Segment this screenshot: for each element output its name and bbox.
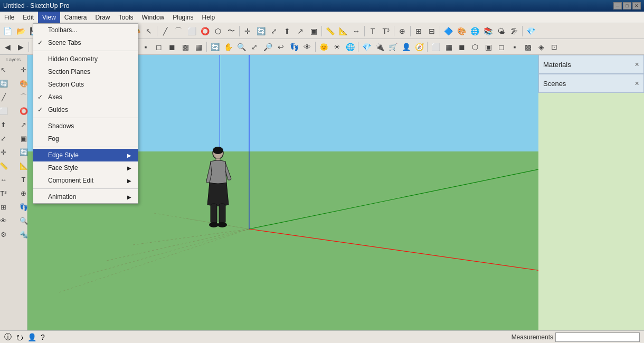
tb-lookaround[interactable]: 👁 — [301, 41, 314, 53]
tool-orbit[interactable]: 🔄 — [0, 77, 13, 90]
tool-arc[interactable]: ⌒ — [14, 91, 33, 103]
tb-line[interactable]: ╱ — [159, 25, 172, 37]
tool-move[interactable]: ✛ — [0, 146, 13, 158]
dd-axes[interactable]: ✓ Axes — [33, 91, 138, 103]
tb-materials[interactable]: 🎨 — [455, 25, 468, 37]
menu-file[interactable]: File — [0, 12, 18, 23]
tb-cube4[interactable]: ⬡ — [469, 41, 481, 53]
menu-window[interactable]: Window — [138, 12, 169, 23]
help-icon[interactable]: ? — [41, 333, 45, 341]
info-icon[interactable]: ⓘ — [4, 332, 12, 342]
menu-edit[interactable]: Edit — [18, 12, 38, 23]
materials-panel[interactable]: Materials ✕ — [538, 55, 644, 74]
scenes-close[interactable]: ✕ — [634, 80, 639, 87]
tool-axes[interactable]: ⊕ — [14, 187, 33, 199]
tb-sun2[interactable]: ☀ — [330, 41, 343, 53]
tb-section[interactable]: ⊞ — [412, 25, 425, 37]
tb-shadows[interactable]: 🌤 — [495, 25, 507, 37]
tb-zoom[interactable]: 🔍 — [235, 41, 248, 53]
tb-tape[interactable]: 📏 — [324, 25, 336, 37]
tb-geo[interactable]: 🌐 — [344, 41, 356, 53]
tb-axes[interactable]: ⊕ — [396, 25, 409, 37]
dd-hidden-geometry[interactable]: Hidden Geometry — [33, 53, 138, 65]
tb-freehand[interactable]: 〜 — [225, 25, 238, 37]
tb-textured[interactable]: ▩ — [179, 41, 192, 53]
tool-text[interactable]: T — [14, 173, 33, 186]
dd-animation[interactable]: Animation ▶ — [33, 190, 138, 203]
tool-rotate[interactable]: 🔄 — [14, 146, 33, 158]
tb-orbit[interactable]: 🔄 — [209, 41, 221, 53]
tb-cube2[interactable]: ▦ — [442, 41, 455, 53]
tool-select2[interactable]: ✛ — [14, 63, 33, 76]
tb-move[interactable]: ✛ — [241, 25, 254, 37]
dd-edge-style[interactable]: Edge Style ▶ — [33, 149, 138, 161]
tb-pushpull[interactable]: ⬆ — [281, 25, 293, 37]
close-button[interactable]: ✕ — [632, 2, 641, 9]
tool-offset[interactable]: ▣ — [14, 132, 33, 145]
tb-walk[interactable]: 👣 — [288, 41, 300, 53]
tb-offset[interactable]: ▣ — [307, 25, 320, 37]
tb-followme[interactable]: ↗ — [294, 25, 307, 37]
tb-cube3[interactable]: ◼ — [456, 41, 468, 53]
tool-paint[interactable]: 🎨 — [14, 77, 33, 90]
dd-section-cuts[interactable]: Section Cuts — [33, 78, 138, 91]
tb-ruby2[interactable]: 💎 — [360, 41, 373, 53]
menu-help[interactable]: Help — [198, 12, 220, 23]
tb-cube8[interactable]: ▩ — [522, 41, 534, 53]
tb-mono[interactable]: ▦ — [192, 41, 205, 53]
tool-lookaround[interactable]: 👁 — [0, 214, 13, 227]
tb-select[interactable]: ↖ — [143, 25, 155, 37]
tb-zoomextents[interactable]: ⤢ — [248, 41, 261, 53]
materials-close[interactable]: ✕ — [634, 61, 639, 68]
tb-rect[interactable]: ⬜ — [185, 25, 198, 37]
tool-walk[interactable]: 👣 — [14, 201, 33, 213]
tool-advanced1[interactable]: ⚙ — [0, 228, 13, 241]
tool-scale[interactable]: ⤢ — [0, 132, 13, 145]
tb-poly[interactable]: ⬡ — [212, 25, 224, 37]
dd-face-style[interactable]: Face Style ▶ — [33, 161, 138, 174]
tb-cube5[interactable]: ▣ — [482, 41, 495, 53]
tool-tape[interactable]: 📏 — [0, 159, 13, 172]
tb-scale[interactable]: ⤢ — [268, 25, 280, 37]
dd-section-planes[interactable]: Section Planes — [33, 65, 138, 78]
tb-new[interactable]: 📄 — [1, 25, 14, 37]
tb-rotate[interactable]: 🔄 — [254, 25, 267, 37]
tool-protractor[interactable]: 📐 — [14, 159, 33, 172]
tb-cube1[interactable]: ⬜ — [429, 41, 442, 53]
tb-nextview[interactable]: ▶ — [14, 41, 27, 53]
tb-open[interactable]: 📂 — [14, 25, 27, 37]
tb-sun1[interactable]: 🌞 — [317, 41, 330, 53]
tb-cube6[interactable]: ◻ — [495, 41, 508, 53]
tool-line[interactable]: ╱ — [0, 91, 13, 103]
tb-styles[interactable]: 🌐 — [468, 25, 481, 37]
tb-arc[interactable]: ⌒ — [172, 25, 185, 37]
tool-rect[interactable]: ⬜ — [0, 104, 13, 117]
menu-plugins[interactable]: Plugins — [168, 12, 197, 23]
menu-view[interactable]: View — [38, 12, 60, 23]
tb-pan[interactable]: ✋ — [222, 41, 234, 53]
tool-dim[interactable]: ↔ — [0, 173, 13, 186]
tb-text[interactable]: T — [366, 25, 379, 37]
tool-pushpull[interactable]: ⬆ — [0, 118, 13, 131]
tb-compass[interactable]: 🧭 — [413, 41, 425, 53]
tb-sectionview[interactable]: ⊟ — [425, 25, 438, 37]
user-icon[interactable]: 👤 — [27, 333, 36, 341]
tb-shaded[interactable]: ◼ — [166, 41, 178, 53]
tb-ruby[interactable]: 💎 — [524, 25, 537, 37]
dd-shadows[interactable]: Shadows — [33, 120, 138, 132]
dd-toolbars[interactable]: Toolbars... — [33, 24, 138, 36]
tool-zoomsel[interactable]: 🔍 — [14, 214, 33, 227]
menu-tools[interactable]: Tools — [115, 12, 138, 23]
tb-layers[interactable]: 📚 — [481, 25, 494, 37]
tb-components[interactable]: 🔷 — [442, 25, 454, 37]
tb-wire[interactable]: ▪ — [139, 41, 152, 53]
tb-signin[interactable]: 👤 — [400, 41, 412, 53]
tool-section[interactable]: ⊞ — [0, 201, 13, 213]
measurements-input[interactable] — [555, 332, 640, 342]
tb-zoomwindow[interactable]: 🔎 — [261, 41, 274, 53]
refresh-icon[interactable]: ⭮ — [16, 333, 23, 341]
tb-prevview[interactable]: ◀ — [1, 41, 14, 53]
tool-followme[interactable]: ↗ — [14, 118, 33, 131]
dd-fog[interactable]: Fog — [33, 132, 138, 145]
menu-camera[interactable]: Camera — [60, 12, 91, 23]
